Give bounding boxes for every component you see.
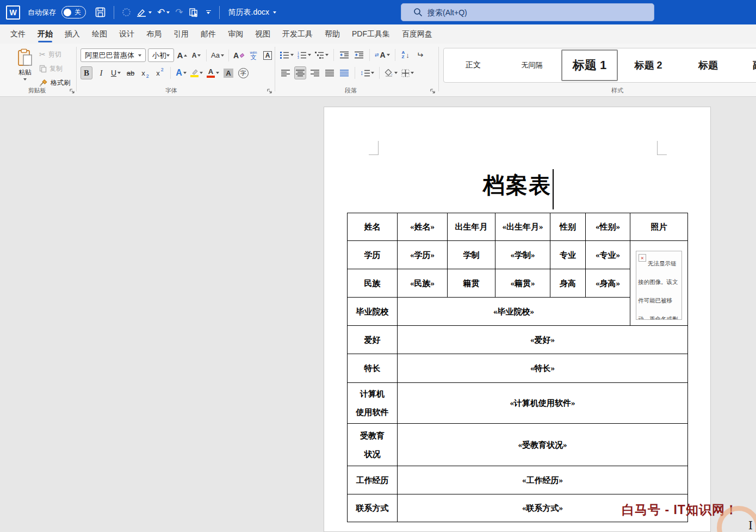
cell-software-field[interactable]: «计算机使用软件»: [398, 383, 688, 424]
document-title-menu[interactable]: 简历表.docx: [228, 8, 276, 17]
cell-major-label[interactable]: 专业: [550, 241, 586, 269]
tab-design[interactable]: 设计: [113, 24, 140, 44]
superscript-button[interactable]: x2: [154, 66, 166, 79]
tab-file[interactable]: 文件: [4, 24, 32, 44]
tab-references[interactable]: 引用: [168, 24, 195, 44]
autosave-toggle[interactable]: 关: [61, 6, 86, 18]
cell-height-label[interactable]: 身高: [550, 269, 586, 298]
underline-button[interactable]: U: [110, 66, 122, 79]
italic-button[interactable]: I: [95, 66, 107, 79]
justify-button[interactable]: [324, 66, 336, 79]
style-title[interactable]: 标题: [679, 48, 738, 82]
numbering-button[interactable]: 1 2 3: [297, 48, 312, 61]
bullets-button[interactable]: [280, 48, 294, 61]
cell-schoolyears-label[interactable]: 学制: [448, 241, 495, 269]
line-spacing-button[interactable]: ↕: [360, 66, 375, 79]
style-no-spacing[interactable]: 无间隔: [503, 48, 561, 82]
style-subtitle[interactable]: 副标题: [738, 48, 756, 82]
cell-birth-field[interactable]: «出生年月»: [495, 213, 550, 241]
touch-mode-button[interactable]: [120, 4, 133, 21]
cell-height-field[interactable]: «身高»: [586, 269, 630, 298]
tab-help[interactable]: 帮助: [319, 24, 346, 44]
cell-major-field[interactable]: «专业»: [586, 241, 630, 269]
align-center-button[interactable]: [294, 66, 306, 79]
cell-college-label[interactable]: 毕业院校: [348, 298, 398, 326]
font-color-button[interactable]: A: [206, 66, 220, 79]
tab-view[interactable]: 视图: [249, 24, 276, 44]
cell-education-status-label[interactable]: 受教育状况: [348, 424, 398, 466]
cell-work-label[interactable]: 工作经历: [348, 466, 398, 494]
style-heading1[interactable]: 标题 1: [561, 50, 618, 81]
clipboard-dialog-launcher-icon[interactable]: [69, 88, 75, 94]
style-normal[interactable]: 正文: [444, 48, 503, 82]
cell-hometown-label[interactable]: 籍贯: [448, 269, 495, 298]
sort-button[interactable]: AZ ↓: [400, 48, 412, 61]
phonetic-guide-button[interactable]: wén 文: [247, 49, 259, 62]
tab-review[interactable]: 审阅: [222, 24, 249, 44]
paste-options-button[interactable]: [186, 4, 201, 21]
subscript-button[interactable]: x2: [139, 66, 151, 79]
cell-specialty-label[interactable]: 特长: [348, 354, 398, 383]
paragraph-dialog-launcher-icon[interactable]: [430, 88, 436, 94]
cell-ethnicity-label[interactable]: 民族: [348, 269, 398, 298]
paste-button[interactable]: 粘贴: [14, 48, 36, 88]
tab-mailings[interactable]: 邮件: [195, 24, 222, 44]
clear-formatting-button[interactable]: A: [233, 49, 245, 62]
character-border-button[interactable]: A: [262, 49, 274, 62]
multilevel-list-button[interactable]: [314, 48, 329, 61]
redo-button[interactable]: ↷: [172, 4, 185, 21]
cell-software-label[interactable]: 计算机使用软件: [348, 383, 398, 424]
enclose-characters-button[interactable]: 字: [237, 66, 249, 79]
tab-developer[interactable]: 开发工具: [276, 24, 319, 44]
word-logo-icon[interactable]: W: [6, 5, 20, 20]
tab-insert[interactable]: 插入: [59, 24, 86, 44]
cell-education-field[interactable]: «学历»: [398, 241, 448, 269]
archive-table[interactable]: 姓名 «姓名» 出生年月 «出生年月» 性别 «性别» 照片 学历 «学历» 学…: [347, 213, 688, 522]
cell-hometown-field[interactable]: «籍贯»: [495, 269, 550, 298]
cell-work-field[interactable]: «工作经历»: [398, 466, 688, 494]
cell-education-status-field[interactable]: «受教育状况»: [398, 424, 688, 466]
show-marks-button[interactable]: ↵: [414, 48, 426, 61]
cell-college-field[interactable]: «毕业院校»: [398, 298, 630, 326]
text-effects-button[interactable]: A: [175, 66, 187, 79]
search-box[interactable]: [401, 3, 654, 21]
change-case-button[interactable]: Aa: [210, 49, 225, 62]
bold-button[interactable]: B: [80, 66, 92, 79]
cell-birth-label[interactable]: 出生年月: [448, 213, 495, 241]
shading-button[interactable]: [384, 66, 398, 79]
cell-contact-label[interactable]: 联系方式: [348, 494, 398, 522]
borders-button[interactable]: [401, 66, 414, 79]
tab-layout[interactable]: 布局: [140, 24, 168, 44]
cell-photo-label[interactable]: 照片: [630, 213, 688, 241]
cell-name-field[interactable]: «姓名»: [398, 213, 448, 241]
tab-pdf-tools[interactable]: PDF工具集: [346, 24, 396, 44]
save-button[interactable]: [92, 4, 108, 21]
document-heading[interactable]: 档案表: [324, 170, 710, 200]
align-left-button[interactable]: [280, 66, 292, 79]
cell-ethnicity-field[interactable]: «民族»: [398, 269, 448, 298]
cut-button[interactable]: ✂ 剪切: [39, 48, 61, 60]
asian-layout-button[interactable]: ⇄ A: [374, 48, 391, 61]
font-name-combo[interactable]: 阿里巴巴普惠体: [80, 48, 146, 62]
grow-font-button[interactable]: A: [176, 49, 188, 62]
cell-schoolyears-field[interactable]: «学制»: [495, 241, 550, 269]
tab-baidu-netdisk[interactable]: 百度网盘: [396, 24, 438, 44]
cell-photo-area[interactable]: × 无法显示链接的图像。该文件可能已被移动、重命名或删除。请验证该链接是否指向正…: [630, 241, 688, 326]
cell-gender-field[interactable]: «性别»: [586, 213, 630, 241]
font-size-combo[interactable]: 小初: [148, 48, 174, 62]
distribute-button[interactable]: [338, 66, 350, 79]
shrink-font-button[interactable]: A: [190, 49, 202, 62]
style-heading2[interactable]: 标题 2: [618, 48, 679, 82]
cell-education-label[interactable]: 学历: [348, 241, 398, 269]
decrease-indent-button[interactable]: [338, 48, 350, 61]
cell-name-label[interactable]: 姓名: [348, 213, 398, 241]
document-page[interactable]: 档案表 姓名 «姓名» 出生年月 «出生年月» 性别 «性别» 照片 学历: [324, 107, 711, 532]
copy-button[interactable]: 复制: [39, 63, 63, 75]
search-input[interactable]: [427, 8, 623, 17]
increase-indent-button[interactable]: [353, 48, 365, 61]
tab-home[interactable]: 开始: [32, 24, 59, 44]
strikethrough-button[interactable]: ab: [125, 66, 137, 79]
cell-gender-label[interactable]: 性别: [550, 213, 586, 241]
draw-tool-button[interactable]: [133, 4, 154, 21]
undo-button[interactable]: ↶: [154, 4, 172, 21]
